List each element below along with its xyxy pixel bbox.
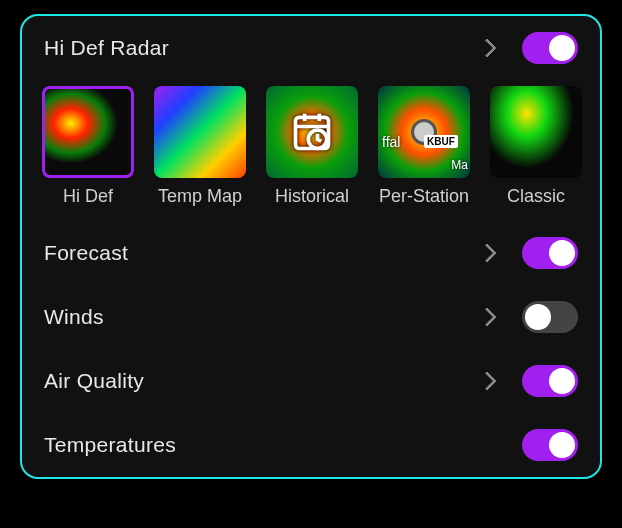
historical-thumbnail-icon (266, 86, 358, 178)
thumb-perstation[interactable]: ffal KBUF Ma Per-Station (378, 86, 470, 207)
toggle-knob (549, 432, 575, 458)
thumb-hidef[interactable]: Hi Def (42, 86, 134, 207)
settings-panel: Hi Def Radar Hi Def Temp Map (20, 14, 602, 479)
thumb-label: Temp Map (158, 186, 242, 207)
header-toggle[interactable] (522, 32, 578, 64)
temperatures-toggle[interactable] (522, 429, 578, 461)
winds-toggle[interactable] (522, 301, 578, 333)
thumb-label: Classic (507, 186, 565, 207)
map-text: ffal (382, 134, 400, 150)
classic-thumbnail-icon (490, 86, 582, 178)
chevron-right-icon (477, 243, 497, 263)
row-label: Forecast (44, 241, 480, 265)
thumb-tempmap[interactable]: Temp Map (154, 86, 246, 207)
thumb-label: Hi Def (63, 186, 113, 207)
thumb-label: Per-Station (379, 186, 469, 207)
row-temperatures[interactable]: Temperatures (22, 413, 600, 477)
row-forecast[interactable]: Forecast (22, 221, 600, 285)
toggle-knob (549, 368, 575, 394)
thumb-historical[interactable]: Historical (266, 86, 358, 207)
chevron-right-icon (477, 371, 497, 391)
perstation-thumbnail-icon: ffal KBUF Ma (378, 86, 470, 178)
row-label: Winds (44, 305, 480, 329)
station-code-label: KBUF (424, 135, 458, 148)
toggle-knob (549, 240, 575, 266)
chevron-right-icon (477, 307, 497, 327)
radar-thumbnail-icon (42, 86, 134, 178)
header-title: Hi Def Radar (44, 36, 480, 60)
radar-type-thumbnails: Hi Def Temp Map Historical ffal (22, 80, 600, 221)
row-label: Temperatures (44, 433, 522, 457)
thumb-label: Historical (275, 186, 349, 207)
header-row[interactable]: Hi Def Radar (22, 16, 600, 80)
calendar-history-icon (290, 110, 334, 154)
row-winds[interactable]: Winds (22, 285, 600, 349)
forecast-toggle[interactable] (522, 237, 578, 269)
toggle-knob (549, 35, 575, 61)
tempmap-thumbnail-icon (154, 86, 246, 178)
row-label: Air Quality (44, 369, 480, 393)
thumb-classic[interactable]: Classic (490, 86, 582, 207)
map-text: Ma (451, 158, 468, 172)
toggle-knob (525, 304, 551, 330)
chevron-right-icon (477, 38, 497, 58)
row-airquality[interactable]: Air Quality (22, 349, 600, 413)
airquality-toggle[interactable] (522, 365, 578, 397)
